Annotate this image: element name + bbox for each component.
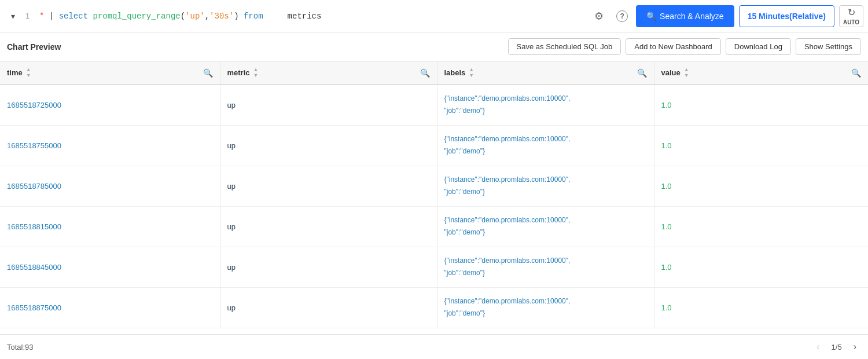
page-info: 1/5: [832, 343, 842, 351]
cell-time: 1685518845000: [0, 247, 220, 287]
table-row: 1685518785000up{"instance":"demo.promlab…: [0, 166, 868, 206]
table-row: 1685518725000up{"instance":"demo.promlab…: [0, 85, 868, 125]
total-count: Total:93: [7, 343, 812, 351]
auto-label: AUTO: [843, 19, 859, 25]
cell-labels: {"instance":"demo.promlabs.com:10000","j…: [437, 85, 654, 125]
settings-icon-button[interactable]: ⚙: [590, 7, 608, 25]
column-search-value[interactable]: 🔍: [851, 68, 861, 78]
query-from-keyword: from: [244, 12, 263, 21]
search-icon: 🔍: [646, 12, 656, 21]
cell-metric: up: [220, 206, 437, 247]
cell-time: 1685518725000: [0, 85, 220, 125]
cell-value: 1.0: [654, 206, 868, 247]
cell-labels: {"instance":"demo.promlabs.com:10000","j…: [437, 247, 654, 287]
query-arg2: '30s': [209, 12, 234, 21]
cell-value: 1.0: [654, 85, 868, 125]
query-bar: ▾ 1 * | select promql_query_range('up','…: [0, 0, 868, 32]
table-header-row: time ▲▼ 🔍 metric ▲▼: [0, 61, 868, 85]
download-log-button[interactable]: Download Log: [726, 38, 791, 55]
column-header-value[interactable]: value ▲▼ 🔍: [654, 61, 868, 85]
cell-time: 1685518815000: [0, 206, 220, 247]
column-search-metric[interactable]: 🔍: [420, 68, 430, 78]
chart-preview-label: Chart Preview: [7, 42, 503, 52]
auto-refresh-button[interactable]: ↻ AUTO: [839, 5, 863, 27]
table-row: 1685518845000up{"instance":"demo.promlab…: [0, 247, 868, 287]
query-function: promql_query_range: [93, 12, 180, 21]
query-arg1: 'up': [185, 12, 205, 21]
results-table: time ▲▼ 🔍 metric ▲▼: [0, 61, 868, 328]
sort-icons-value: ▲▼: [684, 67, 689, 78]
chevron-down-icon: ▾: [11, 12, 15, 21]
cell-time: 1685518875000: [0, 287, 220, 328]
cell-labels: {"instance":"demo.promlabs.com:10000","j…: [437, 287, 654, 328]
cell-labels: {"instance":"demo.promlabs.com:10000","j…: [437, 125, 654, 166]
pagination-controls: ‹ 1/5 ›: [812, 339, 861, 354]
save-scheduled-job-button[interactable]: Save as Scheduled SQL Job: [508, 38, 621, 55]
column-header-time[interactable]: time ▲▼ 🔍: [0, 61, 220, 85]
query-editor[interactable]: * | select promql_query_range('up','30s'…: [39, 12, 585, 21]
time-range-button[interactable]: 15 Minutes(Relative): [739, 5, 834, 27]
sort-icons-labels: ▲▼: [469, 67, 474, 78]
chevron-toggle-button[interactable]: ▾: [5, 8, 21, 24]
help-icon: ?: [616, 10, 628, 22]
table-row: 1685518875000up{"instance":"demo.promlab…: [0, 287, 868, 328]
prev-page-button[interactable]: ‹: [812, 339, 824, 354]
column-header-labels[interactable]: labels ▲▼ 🔍: [437, 61, 654, 85]
cell-metric: up: [220, 166, 437, 206]
query-select-keyword: select: [59, 12, 88, 21]
toolbar: Chart Preview Save as Scheduled SQL Job …: [0, 32, 868, 61]
cell-time: 1685518755000: [0, 125, 220, 166]
cell-labels: {"instance":"demo.promlabs.com:10000","j…: [437, 166, 654, 206]
cell-metric: up: [220, 247, 437, 287]
main-content: Chart Preview Save as Scheduled SQL Job …: [0, 32, 868, 359]
show-settings-button[interactable]: Show Settings: [796, 38, 861, 55]
refresh-icon: ↻: [848, 7, 855, 18]
cell-time: 1685518785000: [0, 166, 220, 206]
column-header-metric[interactable]: metric ▲▼ 🔍: [220, 61, 437, 85]
help-icon-button[interactable]: ?: [613, 7, 631, 25]
column-search-time[interactable]: 🔍: [203, 68, 213, 78]
cell-metric: up: [220, 125, 437, 166]
search-analyze-button[interactable]: 🔍 Search & Analyze: [636, 5, 734, 27]
cell-value: 1.0: [654, 125, 868, 166]
sort-icons-metric: ▲▼: [253, 67, 259, 78]
cell-labels: {"instance":"demo.promlabs.com:10000","j…: [437, 206, 654, 247]
table-row: 1685518755000up{"instance":"demo.promlab…: [0, 125, 868, 166]
query-star: *: [39, 12, 44, 21]
query-pipe: |: [49, 12, 54, 21]
cell-value: 1.0: [654, 166, 868, 206]
table-footer: Total:93 ‹ 1/5 ›: [0, 334, 868, 359]
cell-value: 1.0: [654, 247, 868, 287]
gear-icon: ⚙: [594, 10, 604, 23]
query-table: metrics: [288, 12, 322, 21]
cell-value: 1.0: [654, 287, 868, 328]
cell-metric: up: [220, 85, 437, 125]
next-page-button[interactable]: ›: [849, 339, 861, 354]
line-number: 1: [25, 12, 35, 20]
add-to-dashboard-button[interactable]: Add to New Dashboard: [626, 38, 720, 55]
column-search-labels[interactable]: 🔍: [637, 68, 647, 78]
sort-icons-time: ▲▼: [26, 67, 31, 78]
table-row: 1685518815000up{"instance":"demo.promlab…: [0, 206, 868, 247]
cell-metric: up: [220, 287, 437, 328]
results-table-container: time ▲▼ 🔍 metric ▲▼: [0, 61, 868, 334]
